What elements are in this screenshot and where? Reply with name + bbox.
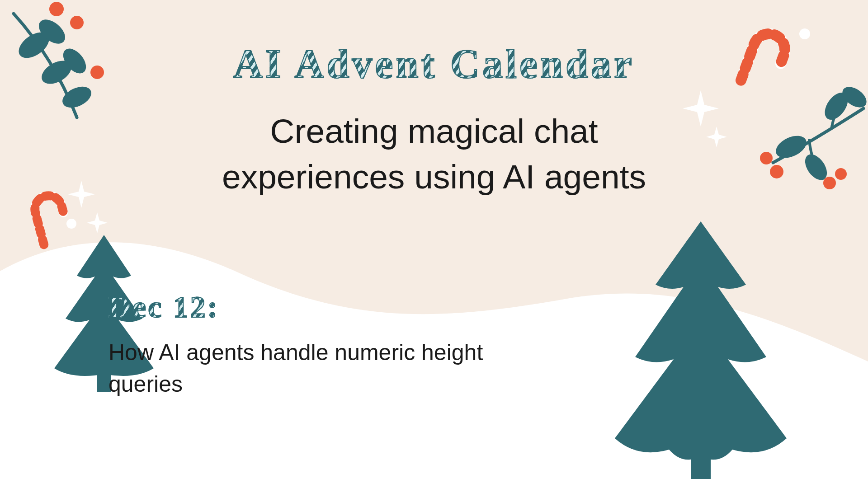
date-label: Dec 12: — [108, 289, 219, 325]
svg-point-8 — [799, 28, 810, 39]
svg-point-6 — [70, 16, 84, 29]
page-title: AI Advent Calendar — [0, 41, 868, 87]
tree-large-icon — [588, 221, 814, 483]
svg-point-5 — [49, 2, 64, 16]
svg-rect-19 — [691, 452, 711, 479]
topic-text: How AI agents handle numeric height quer… — [108, 337, 515, 400]
page-subtitle: Creating magical chat experiences using … — [0, 108, 868, 200]
svg-point-17 — [66, 219, 76, 229]
